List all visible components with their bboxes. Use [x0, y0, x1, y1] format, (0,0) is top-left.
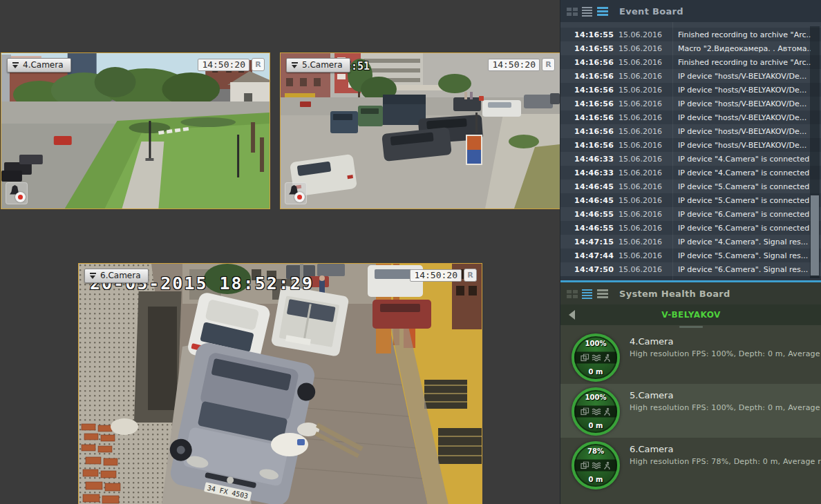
tile-clock-group: 14:50:20 R [488, 58, 555, 71]
event-message: IP device "hosts/V-BELYAKOV/De... [678, 113, 811, 122]
event-date: 15.06.2016 [619, 251, 671, 260]
rec-mode-button[interactable]: R [542, 58, 555, 71]
health-entry[interactable]: 78% [560, 438, 821, 492]
camera-tile-4[interactable]: 4.Camera 14:50:20 R [1, 52, 270, 209]
event-time: 14:46:55 [574, 224, 617, 233]
server-bar: V-BELYAKOV [560, 304, 821, 325]
event-date: 15.06.2016 [619, 168, 671, 177]
event-row[interactable]: 14:16:56 15.06.2016 Finished recording t… [560, 55, 821, 69]
camera-tile-5[interactable]: 15:51 5.Camera 14:50:20 R [280, 52, 560, 209]
event-date: 15.06.2016 [619, 30, 671, 39]
health-entry-text: 5.Camera High resolution FPS: 100%, Dept… [630, 384, 821, 412]
event-scrollbar[interactable] [810, 26, 820, 278]
frames-icon [581, 407, 589, 416]
event-board-header: Event Board [560, 0, 821, 22]
gauge-icon-band [574, 352, 617, 364]
event-row[interactable]: 14:16:56 15.06.2016 IP device "hosts/V-B… [560, 110, 821, 124]
record-dot-icon [294, 192, 305, 202]
event-message: IP device "hosts/V-BELYAKOV/De... [678, 127, 811, 136]
back-arrow-icon[interactable] [569, 310, 575, 320]
event-message: Finished recording to archive "Arc.. [678, 30, 811, 39]
event-date: 15.06.2016 [619, 196, 671, 205]
gauge-icon-band [574, 406, 617, 418]
event-message: IP device "5.Camera". Signal res... [678, 251, 811, 260]
list-view-icon[interactable] [582, 6, 593, 17]
event-row[interactable]: 14:16:56 15.06.2016 IP device "hosts/V-B… [560, 83, 821, 97]
grid-view-icon[interactable] [567, 289, 578, 299]
event-row[interactable]: 14:16:56 15.06.2016 IP device "hosts/V-B… [560, 97, 821, 110]
system-health-board-panel: System Health Board V-BELYAKOV 100% [560, 282, 821, 504]
event-row[interactable]: 14:16:56 15.06.2016 IP device "hosts/V-B… [560, 124, 821, 138]
health-entry-text: 6.Camera High resolution FPS: 78%, Depth… [630, 438, 821, 466]
event-row[interactable]: 14:47:15 15.06.2016 IP device "4.Camera"… [560, 235, 821, 249]
list-view-icon[interactable] [582, 289, 593, 299]
event-row[interactable]: 14:47:44 15.06.2016 IP device "5.Camera"… [560, 249, 821, 262]
camera-tile-6[interactable]: 34 FX 4503 20-05-2015 18:52:29 [78, 263, 482, 504]
surveillance-workspace: 4.Camera 14:50:20 R [0, 0, 821, 504]
event-time: 14:47:15 [574, 238, 617, 246]
event-time: 14:47:44 [574, 251, 617, 260]
event-row[interactable]: 14:16:55 15.06.2016 Macro "2.Видеокамера… [560, 41, 821, 55]
gauge-depth: 0 m [574, 422, 617, 429]
event-time: 14:16:56 [574, 99, 617, 108]
pager-indicator [560, 325, 821, 330]
scrollbar-thumb[interactable] [811, 195, 819, 276]
table-view-icon[interactable] [597, 289, 608, 299]
recording-indicator-button[interactable] [6, 182, 28, 204]
camera-name-button[interactable]: 5.Camera [286, 58, 350, 72]
event-row[interactable]: 14:46:45 15.06.2016 IP device "5.Camera"… [560, 180, 821, 193]
table-view-icon[interactable] [597, 6, 608, 17]
event-message: IP device "4.Camera". Signal res... [678, 238, 811, 246]
event-row[interactable]: 14:47:50 15.06.2016 IP device "6.Camera"… [560, 262, 821, 276]
event-row-partial [560, 22, 821, 28]
noise-icon [592, 353, 601, 362]
health-camera-name: 4.Camera [630, 336, 821, 347]
event-time: 14:46:33 [574, 168, 617, 177]
noise-icon [592, 461, 601, 469]
health-camera-details: High resolution FPS: 100%, Depth: 0 m, A… [630, 403, 821, 412]
event-time: 14:16:55 [574, 44, 617, 53]
event-date: 15.06.2016 [619, 99, 671, 108]
health-entry[interactable]: 100% [560, 330, 821, 384]
event-row[interactable]: 14:46:45 15.06.2016 IP device "5.Camera"… [560, 193, 821, 207]
gauge-depth: 0 m [574, 476, 617, 483]
frames-icon [581, 461, 589, 469]
grid-view-icon[interactable] [567, 6, 578, 17]
rec-mode-button[interactable]: R [464, 269, 477, 282]
event-time: 14:16:56 [574, 127, 617, 136]
event-message: IP device "hosts/V-BELYAKOV/De... [678, 72, 811, 81]
recording-indicator-button[interactable] [285, 182, 307, 204]
event-row[interactable]: 14:16:56 15.06.2016 IP device "hosts/V-B… [560, 69, 821, 83]
event-time: 14:16:56 [574, 72, 617, 81]
chevron-down-icon [90, 272, 96, 279]
tile-clock-group: 14:50:20 R [410, 269, 477, 282]
event-row[interactable]: 14:46:33 15.06.2016 IP device "4.Camera"… [560, 166, 821, 180]
event-message: IP device "6.Camera" is connected [678, 224, 811, 233]
frames-icon [581, 353, 589, 362]
event-time: 14:47:50 [574, 265, 617, 274]
rec-mode-button[interactable]: R [252, 58, 265, 71]
event-row[interactable]: 14:46:55 15.06.2016 IP device "6.Camera"… [560, 221, 821, 235]
event-date: 15.06.2016 [619, 72, 671, 81]
health-gauge: 78% [572, 441, 620, 490]
camera-name-button[interactable]: 6.Camera [84, 269, 149, 283]
event-time: 14:16:56 [574, 141, 617, 150]
motion-person-icon [603, 353, 611, 362]
health-camera-name: 6.Camera [630, 444, 821, 454]
event-row[interactable]: 14:46:55 15.06.2016 IP device "6.Camera"… [560, 207, 821, 221]
motion-person-icon [603, 461, 611, 469]
event-message: IP device "6.Camera" is connected [678, 210, 811, 219]
tile-clock-group: 14:50:20 R [198, 58, 265, 71]
event-date: 15.06.2016 [619, 238, 671, 246]
event-row[interactable]: 14:16:55 15.06.2016 Finished recording t… [560, 28, 821, 41]
event-row[interactable]: 14:16:56 15.06.2016 IP device "hosts/V-B… [560, 138, 821, 152]
health-entry[interactable]: 100% [560, 384, 821, 438]
server-name: V-BELYAKOV [560, 310, 821, 320]
event-date: 15.06.2016 [619, 113, 671, 122]
camera-name-label: 6.Camera [100, 271, 141, 280]
event-row[interactable]: 14:46:33 15.06.2016 IP device "4.Camera"… [560, 152, 821, 166]
camera-name-button[interactable]: 4.Camera [7, 58, 71, 72]
event-time: 14:46:33 [574, 155, 617, 164]
event-message: IP device "hosts/V-BELYAKOV/De... [678, 141, 811, 150]
event-table: 14:16:55 15.06.2016 Finished recording t… [560, 22, 821, 280]
